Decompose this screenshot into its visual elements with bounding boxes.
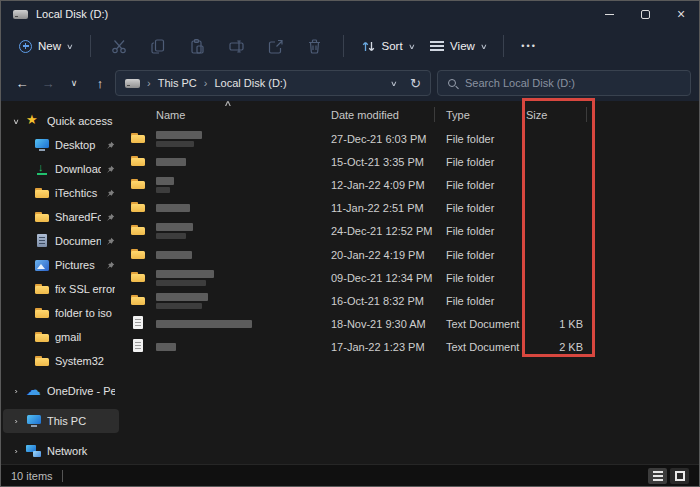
column-header-date[interactable]: Date modified <box>331 109 446 121</box>
file-row[interactable]: 16-Oct-21 8:32 PM File folder <box>121 289 699 312</box>
sidebar-item-this-pc[interactable]: › This PC <box>3 409 119 433</box>
cut-button[interactable] <box>100 33 139 60</box>
file-type: Text Document <box>446 341 526 353</box>
file-size: 2 KB <box>526 341 586 353</box>
sidebar-item-label: Documents <box>55 235 101 247</box>
share-button[interactable] <box>256 33 295 60</box>
documents-icon <box>34 233 50 249</box>
sort-button[interactable]: Sort ∨ <box>353 33 423 60</box>
file-type: File folder <box>446 179 526 191</box>
sidebar-item-documents[interactable]: Documents <box>3 229 119 253</box>
recent-locations-button[interactable]: ∨ <box>61 70 87 96</box>
folder-icon <box>130 176 146 192</box>
sidebar-item-desktop[interactable]: Desktop <box>3 133 119 157</box>
forward-button[interactable]: → <box>35 70 61 96</box>
search-input[interactable]: Search Local Disk (D:) <box>437 70 691 96</box>
sidebar-item-downloads[interactable]: Downloads <box>3 157 119 181</box>
sidebar-item-quick-access[interactable]: ∨ Quick access <box>3 109 119 133</box>
back-button[interactable]: ← <box>9 70 35 96</box>
sidebar-item-label: Pictures <box>55 259 101 271</box>
file-date-modified: 17-Jan-22 1:23 PM <box>331 341 446 353</box>
search-icon <box>448 79 456 87</box>
view-toggles <box>648 468 689 484</box>
breadcrumb-this-pc[interactable]: This PC <box>158 77 197 89</box>
expand-chevron-icon[interactable]: › <box>10 417 23 426</box>
sidebar-item-gmail[interactable]: gmail <box>3 325 119 349</box>
file-row[interactable]: 17-Jan-22 1:23 PM Text Document 2 KB <box>121 336 699 359</box>
details-view-button[interactable] <box>648 468 667 484</box>
toolbar-divider <box>503 35 504 57</box>
expand-chevron-icon[interactable]: › <box>10 387 23 396</box>
file-row[interactable]: 27-Dec-21 6:03 PM File folder <box>121 127 699 150</box>
sidebar-item-label: Network <box>47 445 115 457</box>
sidebar-item-pictures[interactable]: Pictures <box>3 253 119 277</box>
minimize-button[interactable] <box>591 1 627 27</box>
pin-icon <box>106 237 115 246</box>
column-header-size[interactable]: Size <box>526 109 586 121</box>
sidebar-item-label: folder to iso <box>55 307 115 319</box>
up-button[interactable]: ↑ <box>87 70 113 96</box>
blur-bar <box>156 233 186 239</box>
copy-icon <box>150 38 167 55</box>
sidebar-item-label: fix SSL error <box>55 283 115 295</box>
delete-button[interactable] <box>295 33 334 60</box>
file-type: File folder <box>446 295 526 307</box>
maximize-icon <box>641 10 650 19</box>
column-divider[interactable] <box>586 107 587 122</box>
breadcrumb-current[interactable]: Local Disk (D:) <box>214 77 286 89</box>
file-name-redacted <box>156 223 331 239</box>
blur-bar <box>156 293 208 301</box>
pin-icon <box>106 141 115 150</box>
maximize-button[interactable] <box>627 1 663 27</box>
chevron-down-icon: ∨ <box>408 42 416 51</box>
file-date-modified: 15-Oct-21 3:35 PM <box>331 156 446 168</box>
folder-icon <box>130 292 146 308</box>
column-header-name[interactable]: Name <box>156 109 331 121</box>
sidebar-item-itechtics[interactable]: iTechtics <box>3 181 119 205</box>
paste-button[interactable] <box>178 33 217 60</box>
file-size: 1 KB <box>526 318 586 330</box>
sidebar-item-folder-to-iso[interactable]: folder to iso <box>3 301 119 325</box>
file-icon <box>130 338 146 354</box>
thumbnails-view-button[interactable] <box>670 468 689 484</box>
breadcrumb[interactable]: › This PC › Local Disk (D:) ∨ ↻ <box>115 70 431 96</box>
file-row[interactable]: 11-Jan-22 2:51 PM File folder <box>121 197 699 220</box>
copy-button[interactable] <box>139 33 178 60</box>
file-row[interactable]: 12-Jan-22 4:09 PM File folder <box>121 173 699 196</box>
file-row[interactable]: 18-Nov-21 9:30 AM Text Document 1 KB <box>121 313 699 336</box>
blur-bar <box>156 223 193 231</box>
sidebar-item-network[interactable]: › Network <box>3 439 119 463</box>
address-dropdown-icon[interactable]: ∨ <box>389 79 397 88</box>
file-row[interactable]: 15-Oct-21 3:35 PM File folder <box>121 150 699 173</box>
file-type: File folder <box>446 202 526 214</box>
file-date-modified: 27-Dec-21 6:03 PM <box>331 133 446 145</box>
close-button[interactable]: × <box>663 1 699 27</box>
plus-circle-icon <box>19 40 32 53</box>
expand-chevron-icon[interactable]: › <box>10 447 23 456</box>
file-name-redacted <box>156 320 331 328</box>
refresh-icon[interactable]: ↻ <box>410 76 421 91</box>
view-button[interactable]: View ∨ <box>422 34 494 58</box>
expand-chevron-icon[interactable]: ∨ <box>10 117 23 126</box>
column-header-type[interactable]: Type <box>446 109 526 121</box>
file-type: Text Document <box>446 318 526 330</box>
cloud-icon <box>26 383 42 399</box>
file-name-redacted <box>156 204 331 212</box>
file-row[interactable]: 20-Jan-22 4:19 PM File folder <box>121 243 699 266</box>
rename-button[interactable] <box>217 33 256 60</box>
sidebar-item-sharedfolder[interactable]: SharedFolder <box>3 205 119 229</box>
file-date-modified: 09-Dec-21 12:34 PM <box>331 272 446 284</box>
new-button[interactable]: New ∨ <box>11 34 81 59</box>
sidebar-item-system32[interactable]: System32 <box>3 349 119 373</box>
column-headers: ∧ Name Date modified Type Size <box>121 103 699 127</box>
sidebar-item-onedrive-personal[interactable]: › OneDrive - Personal <box>3 379 119 403</box>
sidebar-item-label: gmail <box>55 331 115 343</box>
see-more-button[interactable]: ••• <box>513 41 544 51</box>
column-divider[interactable] <box>434 107 435 122</box>
file-row[interactable]: 24-Dec-21 12:52 PM File folder <box>121 220 699 243</box>
file-row[interactable]: 09-Dec-21 12:34 PM File folder <box>121 266 699 289</box>
blur-bar <box>156 303 202 309</box>
window-controls: × <box>591 1 699 27</box>
chevron-down-icon: ∨ <box>480 42 488 51</box>
sidebar-item-fix-ssl-error[interactable]: fix SSL error <box>3 277 119 301</box>
